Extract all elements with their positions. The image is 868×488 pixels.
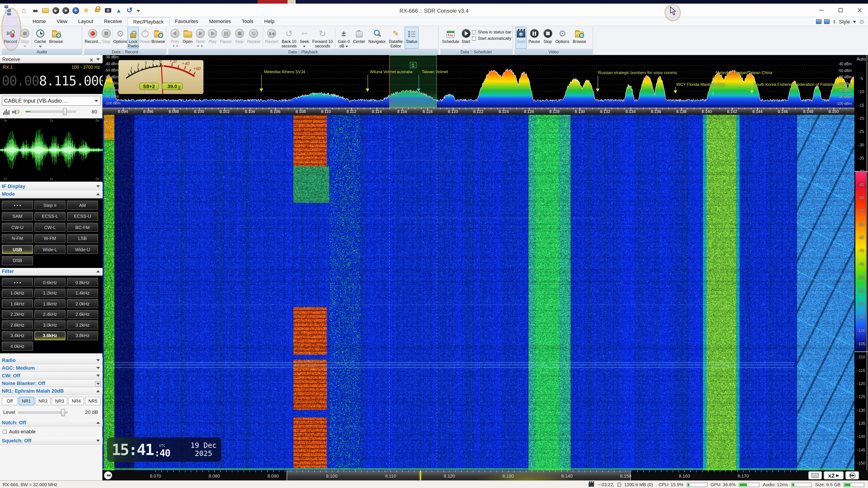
filter-button[interactable]: 3.4kHz — [2, 331, 33, 340]
playback-repeat-button[interactable]: ↻ Repeat — [246, 27, 261, 49]
nr-level-slider[interactable] — [18, 412, 68, 414]
close-button[interactable] — [854, 5, 865, 14]
filter-button[interactable]: 1.8kHz — [34, 299, 66, 308]
mode-button[interactable]: ECSS-U — [67, 212, 98, 221]
style-menu[interactable]: Style — [839, 19, 850, 24]
mode-button[interactable]: N-FM — [2, 234, 33, 243]
menu-tab[interactable]: Memories — [204, 17, 237, 26]
lock-radio-button[interactable]: Lock Radio — [128, 27, 139, 49]
expand-icon[interactable]: ⇕ — [833, 19, 836, 24]
panel-menu-icon[interactable] — [96, 58, 100, 61]
filter-button[interactable]: 3.6kHz — [34, 331, 66, 340]
spectrum-frequency-ruler[interactable]: 8.0948.0968.0988.1008.1028.1048.1068.108… — [103, 107, 855, 115]
signal-label[interactable]: Meteofax Athens SVJ4 — [264, 70, 305, 74]
menu-tab[interactable]: Layout — [73, 17, 98, 26]
playback-prev-button[interactable]: Prev◄◄ — [169, 27, 181, 49]
filter-button[interactable]: • • • — [2, 278, 33, 287]
mode-button[interactable]: SAM — [2, 212, 33, 221]
data-record-stop-button[interactable]: Stop — [101, 27, 111, 49]
filter-button[interactable]: 1.2kHz — [34, 289, 66, 297]
colorbar-auto-label[interactable]: Auto — [855, 57, 868, 61]
tuned-frequency[interactable]: 00.008.115.000 — [2, 73, 106, 89]
mode-button[interactable]: BC-FM — [67, 223, 98, 232]
mode-button[interactable]: CW-L — [34, 223, 66, 232]
scheduler-schedule-button[interactable]: Schedule — [441, 27, 460, 49]
filter-button[interactable]: 1.4kHz — [67, 289, 98, 297]
signal-label[interactable]: Russian strategic bombers for voice comm… — [598, 70, 677, 75]
filter-button[interactable]: 1.0kHz — [2, 289, 33, 297]
monitor-icon[interactable] — [825, 20, 830, 24]
playback-pause-button[interactable]: Pause — [219, 27, 233, 49]
speaker-icon[interactable] — [12, 109, 20, 115]
notch-header[interactable]: Notch: Off — [0, 419, 103, 427]
menu-tab[interactable]: Help — [259, 17, 280, 26]
video-pause-button[interactable]: Pause — [527, 27, 541, 49]
monitor-icon[interactable] — [816, 20, 822, 24]
scheduler-start-button[interactable]: Start — [460, 27, 471, 49]
mode-button[interactable]: USB — [2, 245, 33, 254]
filter-button[interactable]: 0.8kHz — [67, 278, 98, 287]
filter-button[interactable]: 2.4kHz — [34, 310, 66, 319]
nr-button[interactable]: NR5 — [85, 397, 101, 405]
filter-button[interactable]: 2.2kHz — [2, 310, 33, 319]
datafile-editor-button[interactable]: ✎ Datafile Editor — [388, 27, 404, 49]
filter-button[interactable]: 2.8kHz — [2, 321, 33, 330]
filter-button[interactable]: 2.6kHz — [67, 310, 98, 319]
playback-forward10-button[interactable]: ↻ Forward 10 seconds — [311, 27, 334, 49]
data-record-button[interactable]: Record... — [85, 27, 101, 49]
mode-button[interactable]: DSB — [2, 256, 33, 265]
signal-label[interactable]: WCY Florida Maritime Rad — [676, 82, 725, 87]
mode-button[interactable]: • • • — [2, 201, 33, 210]
filter-button[interactable]: 2.0kHz — [67, 299, 98, 308]
playback-status-button[interactable]: Status — [405, 27, 419, 49]
menu-tab[interactable]: Home — [27, 17, 51, 26]
mode-button[interactable]: CW-U — [2, 223, 33, 232]
signal-label[interactable]: Meteofax Thaipei/Taiwan China — [716, 70, 772, 75]
menu-tab[interactable]: Tools — [236, 17, 258, 26]
waterfall-canvas[interactable] — [103, 115, 855, 470]
settings-gear-icon[interactable]: ⚙ — [859, 18, 864, 25]
nr1-header[interactable]: NR1: Ephraim Malah 20dB — [0, 388, 103, 395]
playback-seek-button[interactable]: ⇿ Seek — [298, 27, 310, 49]
video-start-button[interactable]: Start — [515, 27, 527, 49]
menu-tab[interactable]: Favourites — [169, 17, 204, 26]
filter-button[interactable]: 3.2kHz — [67, 321, 98, 330]
playback-navigator-button[interactable]: Navigator — [367, 27, 387, 49]
nr-button[interactable]: NR3 — [52, 397, 68, 405]
mode-button[interactable]: Step ≡ — [34, 201, 66, 210]
signal-label[interactable]: Taiwan Volmet — [422, 70, 448, 74]
playback-play-button[interactable]: Play — [207, 27, 218, 49]
mode-button[interactable]: ECSS-L — [34, 212, 66, 221]
mode-button[interactable]: LSB — [67, 234, 98, 243]
video-stop-button[interactable]: Stop — [542, 27, 554, 49]
playback-stop-button[interactable]: Stop — [234, 27, 245, 49]
data-record-options-button[interactable]: ⚙ Options — [114, 27, 127, 49]
playback-center-button[interactable]: Center — [351, 27, 366, 49]
video-options-button[interactable]: ⚙ Options — [554, 27, 571, 49]
filter-button[interactable]: 4.0kHz — [2, 342, 33, 351]
zoom-level-button[interactable]: x2▶ — [824, 471, 844, 480]
menu-tab[interactable]: Receive — [98, 17, 127, 26]
style-caret-icon[interactable] — [853, 21, 857, 23]
signal-label[interactable]: Wiluna Volmet australia — [370, 70, 412, 74]
playback-open-button[interactable]: Open — [181, 27, 194, 49]
panel-close-icon[interactable]: ✕ — [90, 57, 94, 64]
waterfall-colorbar[interactable]: Auto -5-10-15-20-25-30-35-40-45-50-55-60… — [855, 55, 868, 470]
menu-tab[interactable]: View — [51, 17, 73, 26]
filter-button[interactable]: 3.0kHz — [34, 321, 66, 330]
waterfall-display[interactable]: 15:41 UTC :40 19 Dec2025 — [103, 115, 855, 470]
signal-label[interactable]: South Korea Fisheries Federation of Fish… — [754, 82, 846, 87]
playback-next-button[interactable]: Next►► — [194, 27, 206, 49]
nav-back-button[interactable]: ◀◀ — [104, 471, 112, 480]
cw-header[interactable]: CW: Off — [0, 372, 103, 380]
playback-back10-button[interactable]: ↺ Back 10 seconds — [280, 27, 298, 49]
audio-browse-button[interactable]: Browse — [48, 27, 64, 49]
mode-button[interactable]: AM — [67, 201, 98, 210]
filter-button[interactable]: 3.8kHz — [67, 331, 98, 340]
audio-device-select[interactable]: CABLE Input (VB-Audio ... — [2, 96, 101, 106]
volume-slider[interactable] — [25, 111, 76, 112]
squelch-header[interactable]: Squelch: Off — [0, 437, 103, 445]
start-automatically-checkbox[interactable] — [472, 36, 476, 40]
audio-cache-button[interactable]: Cache — [33, 27, 48, 49]
spectrum-display[interactable]: 1 -30 dBm-40 dBm-50 dBm-60 dBm-70 dBm-80… — [103, 55, 855, 107]
